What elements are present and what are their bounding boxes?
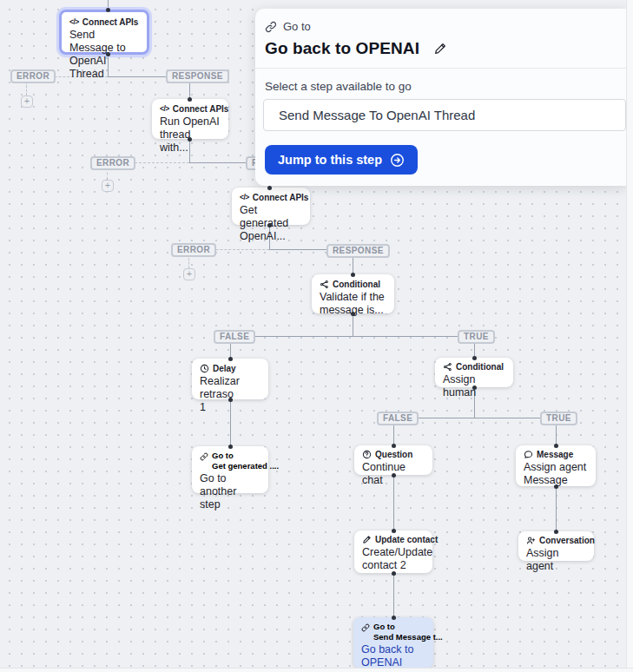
code-icon: </>: [69, 16, 79, 28]
node-assign-human-conditional[interactable]: Conditional Assign human: [435, 358, 513, 387]
connector-line: [230, 336, 474, 337]
error-badge[interactable]: ERROR: [90, 156, 135, 170]
false-badge[interactable]: FALSE: [377, 412, 419, 425]
node-title: Realizar retraso 1: [200, 375, 260, 414]
connector-dot: [188, 137, 192, 142]
conditional-icon: [320, 280, 329, 289]
connector-line: [393, 423, 394, 445]
connector-dot: [392, 616, 396, 620]
node-goto-another-step[interactable]: Go to Get generated .... Go to another s…: [192, 446, 268, 493]
connector-line: [393, 573, 394, 617]
error-badge[interactable]: ERROR: [10, 69, 56, 83]
node-type-label: Update contact: [375, 534, 438, 545]
response-badge[interactable]: RESPONSE: [326, 244, 390, 258]
error-connector-line: [26, 82, 27, 96]
connector-dot: [228, 357, 233, 361]
link-icon: [200, 452, 208, 461]
true-badge[interactable]: TRUE: [458, 330, 495, 344]
node-type-label: Connect APIs: [173, 103, 229, 115]
step-select-value: Send Message To OpenAI Thread: [279, 108, 475, 122]
goto-step-panel: Go to Go back to OPENAI Select a step av…: [255, 9, 626, 186]
node-go-back-to-openai[interactable]: Go to Send Message t... Go back to OPENA…: [353, 617, 433, 669]
link-icon: [361, 623, 370, 632]
node-type-label: Delay: [213, 363, 236, 374]
node-send-message-to-openai-thread[interactable]: </> Connect APIs Send Message to OpenAI …: [59, 10, 149, 55]
node-type-label: Conversation: [539, 535, 595, 546]
step-select[interactable]: Send Message To OpenAI Thread: [263, 99, 626, 131]
pencil-icon: [362, 535, 372, 544]
code-icon: </>: [160, 103, 169, 115]
connector-dot: [472, 356, 477, 360]
connector-line: [556, 486, 557, 531]
node-title: Assign agent: [526, 547, 586, 573]
node-title: Go to another step: [200, 472, 260, 511]
false-badge[interactable]: FALSE: [214, 330, 255, 344]
node-validate-message-conditional[interactable]: Conditional Validate if the message is..…: [312, 274, 394, 313]
clock-icon: [200, 364, 209, 373]
node-title: Run OpenAI thread with...: [160, 115, 221, 155]
node-type-label: Question: [375, 449, 412, 460]
connector-dot: [392, 444, 396, 448]
message-icon: [524, 450, 533, 459]
connector-dot: [188, 97, 192, 102]
node-type-label: Conditional: [456, 361, 504, 372]
arrow-right-circle-icon: [390, 153, 405, 168]
add-step-button[interactable]: +: [102, 180, 114, 192]
connector-line: [556, 423, 557, 445]
node-assign-agent-message[interactable]: Message Assign agent Message: [516, 445, 596, 486]
select-step-label: Select a step available to go: [265, 80, 626, 93]
jump-to-step-button[interactable]: Jump to this step: [265, 145, 418, 175]
node-type-label: Connect APIs: [253, 192, 309, 203]
add-step-button[interactable]: +: [21, 96, 33, 108]
code-icon: </>: [240, 192, 249, 203]
node-type-label: Go to: [373, 622, 443, 632]
connector-dot: [392, 571, 396, 576]
true-badge[interactable]: TRUE: [540, 412, 577, 425]
goto-target-label: Send Message t...: [373, 632, 443, 642]
connector-dot: [554, 530, 558, 534]
conditional-icon: [443, 362, 452, 372]
connector-line: [189, 81, 190, 99]
connector-dot: [106, 52, 110, 56]
node-title: Create/Update contact 2: [362, 546, 425, 572]
connector-dot: [392, 473, 396, 478]
node-get-generated-openai[interactable]: </> Connect APIs Get generated OpenAI...: [232, 188, 310, 225]
error-badge[interactable]: ERROR: [171, 243, 216, 257]
connector-dot: [351, 312, 355, 316]
horizontal-scrollbar[interactable]: [0, 668, 633, 672]
connector-dot: [351, 273, 355, 277]
person-add-icon: [526, 536, 536, 545]
connector-dot: [392, 529, 396, 533]
panel-title: Go back to OPENAI: [265, 39, 419, 58]
node-delay-realizar-retraso[interactable]: Delay Realizar retraso 1: [192, 359, 268, 399]
connector-dot: [267, 223, 272, 227]
link-icon: [265, 21, 277, 33]
node-title: Go back to OPENAI: [361, 643, 425, 669]
node-create-update-contact[interactable]: Update contact Create/Update contact 2: [354, 530, 432, 573]
node-type-label: Conditional: [333, 279, 380, 290]
vertical-scrollbar[interactable]: [626, 0, 633, 672]
response-badge[interactable]: RESPONSE: [166, 69, 229, 83]
connector-dot: [554, 484, 558, 489]
node-run-openai-thread[interactable]: </> Connect APIs Run OpenAI thread with.…: [152, 99, 228, 139]
add-step-button[interactable]: +: [183, 268, 195, 280]
node-assign-agent-conversation[interactable]: Conversation Assign agent: [518, 531, 594, 561]
connector-dot: [106, 8, 110, 12]
connector-line: [353, 256, 353, 274]
panel-step-type: Go to: [283, 20, 311, 33]
node-type-label: Message: [537, 449, 573, 460]
goto-target-label: Get generated ....: [212, 461, 279, 471]
connector-dot: [267, 186, 272, 190]
connector-dot: [554, 444, 558, 448]
connector-dot: [228, 398, 233, 402]
node-type-label: Connect APIs: [82, 16, 139, 28]
node-title: Send Message to OpenAI Thread: [69, 29, 139, 81]
question-icon: [362, 450, 372, 459]
edit-title-button[interactable]: [433, 42, 447, 56]
node-title: Assign agent Message: [524, 461, 588, 487]
connector-dot: [472, 385, 477, 390]
connector-dot: [228, 445, 233, 449]
node-type-label: Go to: [212, 451, 279, 461]
node-continue-chat-question[interactable]: Question Continue chat: [354, 445, 432, 475]
